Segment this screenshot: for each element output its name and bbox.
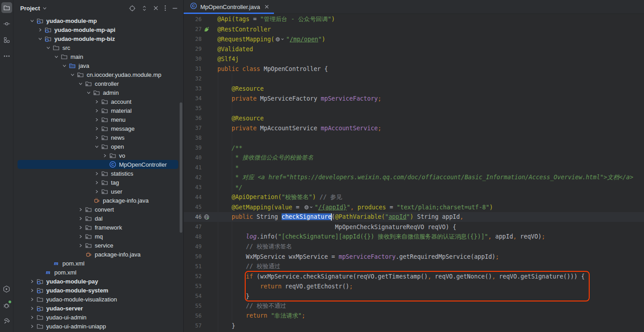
select-opened-file-icon[interactable] xyxy=(129,5,136,12)
tree-item-src[interactable]: src xyxy=(13,43,183,52)
chevron-down-icon[interactable] xyxy=(84,89,93,97)
tree-item-convert[interactable]: convert xyxy=(13,205,183,214)
tree-item-statistics[interactable]: statistics xyxy=(13,169,183,178)
chevron-down-icon[interactable] xyxy=(28,17,36,25)
code-segment-ann: ) xyxy=(410,213,414,220)
expand-all-icon[interactable] xyxy=(141,5,147,11)
chevron-right-icon[interactable] xyxy=(93,133,101,142)
line-number: 47 xyxy=(184,224,202,230)
chevron-right-icon[interactable] xyxy=(28,277,36,285)
tree-item-yudao-module-pay[interactable]: yudao-module-pay xyxy=(13,277,183,286)
tree-item-service[interactable]: service xyxy=(13,241,183,250)
tree-item-label: yudao-module-mp-api xyxy=(54,27,115,33)
chevron-right-icon[interactable] xyxy=(93,187,101,195)
chevron-right-icon[interactable] xyxy=(28,286,36,294)
spring-bean-gutter-icon[interactable] xyxy=(202,26,217,32)
hide-panel-icon[interactable] xyxy=(172,5,178,11)
chevron-down-icon[interactable] xyxy=(93,142,101,151)
editor-tab-mpopencontroller[interactable]: C MpOpenController.java xyxy=(184,0,274,13)
chevron-right-icon[interactable] xyxy=(28,313,36,321)
line-number: 26 xyxy=(184,16,202,22)
tree-item-yudao-module-system[interactable]: yudao-module-system xyxy=(13,286,183,295)
tree-item-yudao-module-mp-api[interactable]: yudao-module-mp-api xyxy=(13,25,183,34)
javafile-icon xyxy=(93,196,101,204)
project-icon[interactable] xyxy=(1,2,12,13)
tree-item-cn-iocoder-yudao-module-mp[interactable]: cn.iocoder.yudao.module.mp xyxy=(13,70,183,79)
chevron-right-icon[interactable] xyxy=(76,205,84,213)
url-inlay-hint-icon[interactable] xyxy=(303,205,315,210)
tree-item-vo[interactable]: vo xyxy=(13,151,183,160)
tree-item-framework[interactable]: framework xyxy=(13,223,183,232)
tree-item-yudao-ui-admin-uniapp[interactable]: yudao-ui-admin-uniapp xyxy=(13,322,183,331)
chevron-right-icon[interactable] xyxy=(76,232,84,240)
tree-item-package-info-java[interactable]: package-info.java xyxy=(13,196,183,205)
chevron-down-icon[interactable] xyxy=(68,71,76,79)
tree-item-menu[interactable]: menu xyxy=(13,115,183,124)
chevron-right-icon[interactable] xyxy=(76,214,84,222)
tree-item-package-info-java[interactable]: package-info.java xyxy=(13,250,183,259)
tree-item-pom-xml[interactable]: mpom.xml xyxy=(13,259,183,268)
commit-icon[interactable] xyxy=(1,18,12,29)
chevron-down-icon[interactable] xyxy=(60,62,68,70)
tree-item-mq[interactable]: mq xyxy=(13,232,183,241)
chevron-right-icon[interactable] xyxy=(101,151,109,159)
code-line-52: 52 if (wxMpService.checkSignature(reqVO.… xyxy=(184,271,644,281)
tree-item-controller[interactable]: controller xyxy=(13,79,183,88)
tree-scrollbar[interactable] xyxy=(180,102,182,233)
structure-icon[interactable] xyxy=(1,35,12,45)
build-icon[interactable] xyxy=(1,316,12,327)
chevron-right-icon[interactable] xyxy=(93,97,101,106)
tree-item-yudao-server[interactable]: yudao-server xyxy=(13,304,183,313)
collapse-all-icon[interactable] xyxy=(153,5,159,11)
chevron-right-icon[interactable] xyxy=(76,223,84,231)
chevron-right-icon[interactable] xyxy=(93,169,101,177)
code-segment-strlink[interactable]: /{appId} xyxy=(318,204,347,211)
project-panel-title[interactable]: Project xyxy=(20,5,40,12)
tree-item-open[interactable]: open xyxy=(13,142,183,151)
tree-item-account[interactable]: account xyxy=(13,97,183,106)
api-endpoint-gutter-icon[interactable] xyxy=(202,214,217,220)
code-segment-strlink[interactable]: appId xyxy=(388,213,406,220)
tree-item-yudao-module-visualization[interactable]: yudao-module-visualization xyxy=(13,295,183,304)
code-editor[interactable]: 26@Api(tags = "管理后台 - 公众号回调")27@RestCont… xyxy=(184,14,644,332)
chevron-right-icon[interactable] xyxy=(36,26,44,34)
chevron-right-icon[interactable] xyxy=(93,124,101,133)
chevron-right-icon[interactable] xyxy=(93,115,101,124)
code-text: } xyxy=(217,323,235,329)
code-segment-kw: return xyxy=(246,312,268,319)
close-icon[interactable] xyxy=(265,4,269,9)
tree-item-yudao-module-mp-biz[interactable]: yudao-module-mp-biz xyxy=(13,34,183,43)
chevron-down-icon[interactable] xyxy=(43,6,47,10)
chevron-right-icon[interactable] xyxy=(28,322,36,330)
options-icon[interactable] xyxy=(164,5,166,11)
more-tool-windows-icon[interactable] xyxy=(1,51,12,62)
tree-item-yudao-module-mp[interactable]: yudao-module-mp xyxy=(13,16,183,25)
tree-item-material[interactable]: material xyxy=(13,106,183,115)
tree-item-yudao-ui-admin[interactable]: yudao-ui-admin xyxy=(13,313,183,322)
tree-item-tag[interactable]: tag xyxy=(13,178,183,187)
tree-item-dal[interactable]: dal xyxy=(13,214,183,223)
url-inlay-hint-icon[interactable] xyxy=(274,37,286,42)
chevron-down-icon[interactable] xyxy=(52,53,60,61)
chevron-right-icon[interactable] xyxy=(28,295,36,303)
code-line-29: 29@Validated xyxy=(184,44,644,54)
chevron-down-icon[interactable] xyxy=(36,35,44,43)
project-panel-header: Project xyxy=(13,0,183,16)
tree-item-user[interactable]: user xyxy=(13,187,183,196)
tree-item-main[interactable]: main xyxy=(13,52,183,61)
tree-item-message[interactable]: message xyxy=(13,124,183,133)
problems-icon[interactable] xyxy=(1,300,12,310)
tree-item-admin[interactable]: admin xyxy=(13,88,183,97)
chevron-down-icon[interactable] xyxy=(76,80,84,88)
chevron-right-icon[interactable] xyxy=(93,178,101,186)
tree-item-news[interactable]: news xyxy=(13,133,183,142)
tree-item-pom-xml[interactable]: mpom.xml xyxy=(13,268,183,277)
services-icon[interactable] xyxy=(1,283,12,294)
tree-item-mpopencontroller[interactable]: CMpOpenController xyxy=(13,160,183,169)
code-segment-strlink[interactable]: /mp/open xyxy=(290,36,318,43)
chevron-down-icon[interactable] xyxy=(44,44,52,52)
chevron-right-icon[interactable] xyxy=(28,304,36,312)
tree-item-java[interactable]: java xyxy=(13,61,183,70)
chevron-right-icon[interactable] xyxy=(76,241,84,249)
chevron-right-icon[interactable] xyxy=(93,106,101,115)
